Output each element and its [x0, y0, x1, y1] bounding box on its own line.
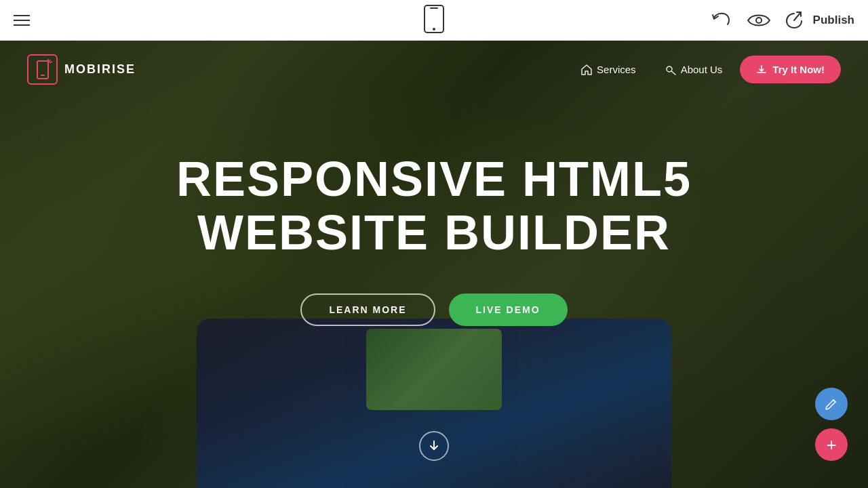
nav-links: Services About Us Try It Now! [570, 56, 841, 83]
try-now-button[interactable]: Try It Now! [740, 56, 841, 83]
hero-title: RESPONSIVE HTML5 WEBSITE BUILDER [0, 152, 868, 260]
editor-toolbar: Publish [0, 0, 868, 41]
site-logo: MOBIRISE [27, 54, 136, 85]
hero-buttons: LEARN MORE LIVE DEMO [0, 293, 868, 326]
toolbar-center [424, 5, 444, 36]
try-now-label: Try It Now! [772, 64, 825, 75]
undo-icon[interactable] [711, 11, 733, 30]
scroll-down-button[interactable] [419, 431, 449, 461]
download-icon [756, 64, 767, 75]
website-preview-area: MOBIRISE Services About Us [0, 41, 868, 488]
nav-services[interactable]: Services [570, 58, 647, 81]
svg-point-1 [433, 28, 435, 30]
arrow-down-icon [428, 440, 440, 452]
logo-icon [27, 54, 58, 85]
svg-line-11 [833, 400, 835, 402]
svg-line-6 [49, 60, 50, 62]
phone-preview-icon[interactable] [424, 5, 444, 33]
services-label: Services [597, 64, 636, 75]
publish-label: Publish [813, 14, 854, 27]
learn-more-button[interactable]: LEARN MORE [300, 293, 435, 326]
publish-button[interactable]: Publish [785, 11, 854, 30]
nav-about[interactable]: About Us [654, 58, 734, 81]
toolbar-right: Publish [711, 11, 854, 30]
edit-pencil-icon [825, 397, 838, 411]
svg-line-9 [671, 71, 675, 75]
hero-title-line1: RESPONSIVE HTML5 [176, 152, 692, 206]
plus-icon: + [826, 436, 836, 453]
preview-icon[interactable] [747, 11, 771, 30]
hero-image [197, 319, 671, 488]
svg-point-3 [756, 18, 762, 23]
hero-title-line2: WEBSITE BUILDER [197, 205, 671, 260]
logo-text: MOBIRISE [64, 62, 136, 77]
toolbar-left [14, 15, 30, 26]
logo-rays [43, 59, 53, 71]
live-demo-button[interactable]: LIVE DEMO [449, 293, 568, 326]
hero-content: RESPONSIVE HTML5 WEBSITE BUILDER LEARN M… [0, 98, 868, 326]
fab-edit-button[interactable] [815, 388, 848, 420]
key-icon [665, 64, 677, 76]
svg-line-4 [794, 12, 801, 20]
svg-line-7 [50, 62, 52, 63]
fab-add-button[interactable]: + [815, 428, 848, 461]
site-nav: MOBIRISE Services About Us [0, 41, 868, 98]
home-icon [580, 64, 593, 76]
about-label: About Us [681, 64, 723, 75]
hamburger-menu-icon[interactable] [14, 15, 30, 26]
